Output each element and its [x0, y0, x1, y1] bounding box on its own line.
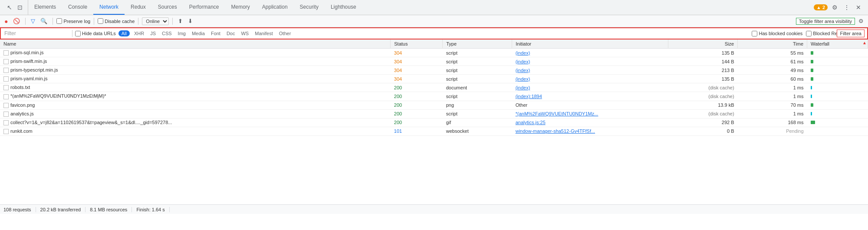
sort-indicator: ▲	[862, 40, 867, 45]
tab-elements[interactable]: Elements	[28, 0, 62, 15]
table-row[interactable]: prism-swift.min.js304script(index)144 B6…	[0, 57, 868, 66]
cell-initiator[interactable]: (index)	[512, 66, 668, 75]
export-button[interactable]: ⬇	[186, 17, 194, 25]
tab-bar-right: ▲ 2 ⚙ ⋮ ✕	[810, 3, 866, 12]
table-row[interactable]: prism-sql.min.js304script(index)135 B55 …	[0, 49, 868, 57]
cell-type: script	[443, 57, 512, 66]
search-button[interactable]: 🔍	[39, 17, 49, 25]
table-row[interactable]: runkit.com101websocketwindow-manager-sha…	[0, 127, 868, 135]
disable-cache-checkbox[interactable]	[98, 18, 103, 24]
waterfall-bar-teal	[811, 95, 812, 98]
tab-sources[interactable]: Sources	[152, 0, 183, 15]
tab-memory[interactable]: Memory	[225, 0, 256, 15]
col-header-status[interactable]: Status	[391, 39, 443, 49]
resources-size: 8.1 MB resources	[85, 207, 132, 212]
col-header-time[interactable]: Time	[738, 39, 807, 49]
devtools-icons: ↖ ⊡	[2, 0, 28, 15]
cell-initiator[interactable]: (index):1894	[512, 92, 668, 101]
disable-cache-label[interactable]: Disable cache	[98, 18, 135, 24]
cell-initiator[interactable]: analytics.js:25	[512, 118, 668, 127]
import-button[interactable]: ⬆	[176, 17, 184, 25]
filter-media-button[interactable]: Media	[190, 30, 207, 37]
blocked-requests-checkbox[interactable]	[806, 31, 812, 36]
filter-input[interactable]	[4, 30, 69, 36]
throttle-select[interactable]: Online	[142, 17, 169, 25]
filter-bar: Hide data URLs All XHR JS CSS Img Media …	[0, 27, 868, 39]
filter-xhr-button[interactable]: XHR	[132, 30, 146, 37]
inspect-icon[interactable]: ⊡	[16, 3, 24, 12]
tab-console[interactable]: Console	[62, 0, 93, 15]
cell-initiator[interactable]: (index)	[512, 75, 668, 83]
table-row[interactable]: prism-yaml.min.js304script(index)135 B60…	[0, 75, 868, 83]
hide-data-urls-checkbox[interactable]	[75, 31, 81, 36]
network-settings-button[interactable]: ⚙	[857, 17, 865, 25]
cell-waterfall	[807, 109, 868, 118]
toggle-filter-area-label[interactable]: Toggle filter area visibility	[796, 18, 855, 25]
filter-toggle-button[interactable]: ▽	[29, 17, 37, 25]
cell-name: prism-yaml.min.js	[0, 75, 391, 83]
filter-font-button[interactable]: Font	[209, 30, 222, 37]
preserve-log-label[interactable]: Preserve log	[56, 18, 90, 24]
filter-manifest-button[interactable]: Manifest	[253, 30, 275, 37]
cell-waterfall	[807, 127, 868, 135]
tab-network[interactable]: Network	[93, 0, 125, 15]
table-row[interactable]: favicon.png200pngOther13.9 kB70 ms	[0, 101, 868, 109]
tab-lighthouse[interactable]: Lighthouse	[325, 0, 362, 15]
cell-status: 101	[391, 127, 443, 135]
table-body: prism-sql.min.js304script(index)135 B55 …	[0, 49, 868, 136]
filter-js-button[interactable]: JS	[148, 30, 158, 37]
more-options-icon[interactable]: ⋮	[842, 3, 852, 12]
finish-time: Finish: 1.64 s	[132, 207, 169, 212]
col-header-type[interactable]: Type	[443, 39, 512, 49]
cell-name: *(anM%2FaWQ9VUEtNTU0NDY1MzEtMjM)*	[0, 92, 391, 101]
settings-icon[interactable]: ⚙	[830, 3, 839, 12]
waterfall-bar-green	[811, 103, 813, 107]
waterfall-bar-teal	[811, 112, 812, 115]
table-row[interactable]: *(anM%2FaWQ9VUEtNTU0NDY1MzEtMjM)*200scri…	[0, 92, 868, 101]
filter-css-button[interactable]: CSS	[160, 30, 174, 37]
clear-button[interactable]: 🚫	[11, 17, 22, 25]
cell-size: 13.9 kB	[668, 101, 738, 109]
has-blocked-cookies-label[interactable]: Has blocked cookies	[752, 31, 802, 36]
has-blocked-cookies-checkbox[interactable]	[752, 31, 757, 36]
waterfall-bar-teal	[811, 86, 812, 89]
filter-doc-button[interactable]: Doc	[225, 30, 237, 37]
cell-status: 200	[391, 101, 443, 109]
cell-initiator[interactable]: (index)	[512, 83, 668, 92]
cell-name: prism-typescript.min.js	[0, 66, 391, 75]
cell-initiator[interactable]: *(anM%2FaWQ9VUEtNTU0NDY1Mz...	[512, 109, 668, 118]
cell-type: document	[443, 83, 512, 92]
col-header-waterfall[interactable]: Waterfall ▲	[807, 39, 868, 49]
cell-initiator[interactable]: (index)	[512, 57, 668, 66]
filter-img-button[interactable]: Img	[176, 30, 187, 37]
table-row[interactable]: robots.txt200document(index)(disk cache)…	[0, 83, 868, 92]
cell-size: 292 B	[668, 118, 738, 127]
table-row[interactable]: analytics.js200script*(anM%2FaWQ9VUEtNTU…	[0, 109, 868, 118]
tab-application[interactable]: Application	[256, 0, 294, 15]
col-header-size[interactable]: Size	[668, 39, 738, 49]
cell-size: (disk cache)	[668, 109, 738, 118]
tab-performance[interactable]: Performance	[183, 0, 225, 15]
tab-security[interactable]: Security	[294, 0, 325, 15]
cell-time: 168 ms	[738, 118, 807, 127]
filter-other-button[interactable]: Other	[277, 30, 293, 37]
pointer-icon[interactable]: ↖	[5, 3, 14, 12]
cell-waterfall	[807, 101, 868, 109]
preserve-log-checkbox[interactable]	[56, 18, 62, 24]
hide-data-urls-group: Hide data URLs	[75, 31, 116, 36]
cell-initiator[interactable]: (index)	[512, 49, 668, 57]
filter-all-button[interactable]: All	[118, 30, 130, 36]
cell-initiator[interactable]: window-manager-sha512-Gv4TFfSf...	[512, 127, 668, 135]
table-row[interactable]: prism-typescript.min.js304script(index)2…	[0, 66, 868, 75]
transferred-size: 20.2 kB transferred	[36, 207, 86, 212]
close-devtools-icon[interactable]: ✕	[854, 3, 863, 12]
cell-size: (disk cache)	[668, 83, 738, 92]
table-row[interactable]: collect?v=1&_v=j82&a=1102619537&t=pagevi…	[0, 118, 868, 127]
record-button[interactable]: ●	[3, 17, 10, 26]
cell-name: analytics.js	[0, 109, 391, 118]
col-header-initiator[interactable]: Initiator	[512, 39, 668, 49]
tab-redux[interactable]: Redux	[125, 0, 152, 15]
col-header-name[interactable]: Name	[0, 39, 391, 49]
filter-ws-button[interactable]: WS	[239, 30, 250, 37]
cell-time: Pending	[738, 127, 807, 135]
